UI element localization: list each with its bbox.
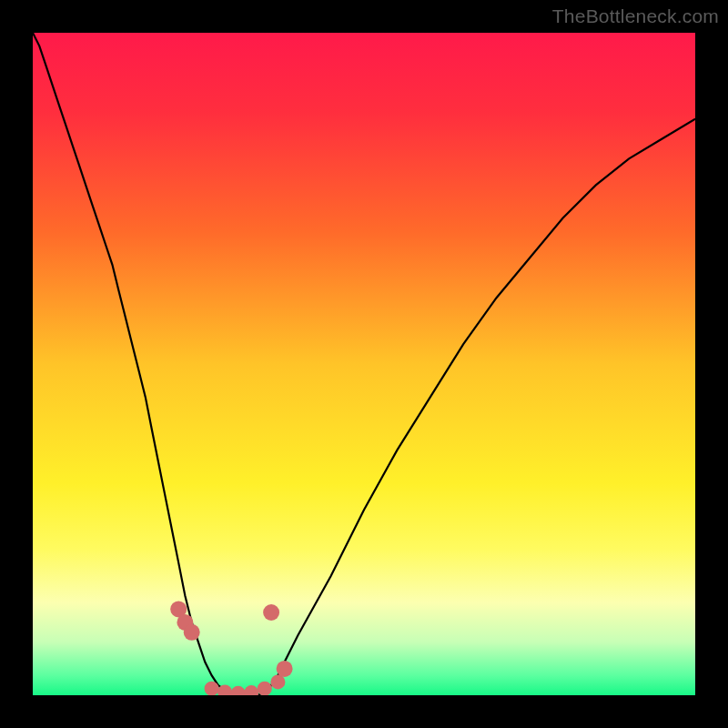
- marker-dot: [277, 661, 293, 677]
- marker-dot: [258, 682, 272, 695]
- watermark-text: TheBottleneck.com: [552, 5, 719, 27]
- marker-dot: [263, 604, 279, 621]
- marker-dot: [270, 674, 285, 689]
- plot-svg: [33, 33, 695, 695]
- gradient-background: [33, 33, 695, 695]
- marker-dot: [184, 624, 200, 641]
- marker-dot: [205, 682, 219, 695]
- chart-container: TheBottleneck.com: [0, 0, 728, 728]
